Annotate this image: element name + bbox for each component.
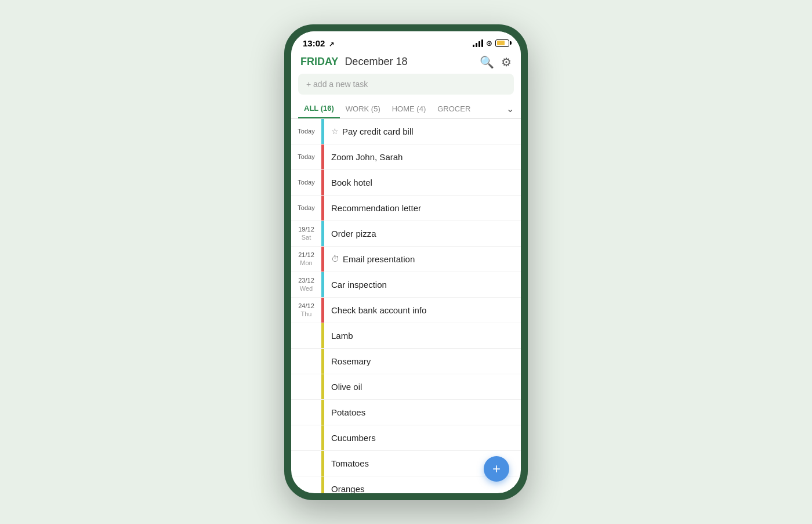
task-list-container: Today☆Pay credit card billTodayZoom John… [291,119,521,493]
header-date-text: December 18 [345,56,407,67]
task-row[interactable]: Olive oil [291,374,521,400]
task-label: Cucumbers [331,433,376,443]
task-text: Recommendation letter [324,196,521,221]
location-icon: ↗ [329,41,334,48]
task-row[interactable]: Cucumbers [291,425,521,451]
battery-icon [495,39,509,47]
task-label: Zoom John, Sarah [331,152,403,162]
task-date: 23/12Wed [291,272,321,297]
task-text: Car inspection [324,272,521,297]
wifi-icon: ⊛ [486,39,492,48]
task-date: Today [291,170,321,195]
task-date [291,400,321,425]
task-date [291,451,321,476]
task-text: Olive oil [324,374,521,399]
task-row[interactable]: Today☆Pay credit card bill [291,119,521,144]
task-text: Potatoes [324,400,521,425]
task-row[interactable]: TodayZoom John, Sarah [291,144,521,170]
tab-home[interactable]: HOME (4) [386,100,432,118]
task-label: Lamb [331,331,353,341]
status-bar: 13:02 ↗ ⊛ [291,31,521,52]
tab-grocer[interactable]: GROCER [432,100,476,118]
tab-more-icon[interactable]: ⌄ [506,103,514,114]
task-label: Oranges [331,484,365,493]
task-text: Check bank account info [324,298,521,323]
task-row[interactable]: 19/12SatOrder pizza [291,221,521,247]
task-date [291,374,321,399]
task-row[interactable]: Lamb [291,323,521,349]
search-icon[interactable]: 🔍 [480,55,494,69]
signal-icon [473,39,483,47]
header: FRIDAY December 18 🔍 ⚙ [291,52,521,74]
task-text: ⏱Email presentation [324,247,521,272]
phone-frame: 13:02 ↗ ⊛ FRIDAY December 18 [284,24,528,500]
task-text: Rosemary [324,349,521,374]
task-date [291,323,321,348]
add-task-bar[interactable]: + add a new task [298,74,514,95]
status-time: 13:02 ↗ [303,38,334,48]
task-date: 21/12Mon [291,247,321,272]
task-clock-icon: ⏱ [331,254,339,263]
header-actions: 🔍 ⚙ [480,55,512,69]
task-row[interactable]: Oranges [291,476,521,493]
task-label: Pay credit card bill [342,127,414,136]
task-text: ☆Pay credit card bill [324,119,521,144]
header-date: FRIDAY December 18 [300,56,407,68]
task-date: Today [291,119,321,144]
task-date [291,476,321,493]
task-label: Email presentation [343,254,415,264]
task-row[interactable]: TodayRecommendation letter [291,196,521,221]
status-icons: ⊛ [473,39,509,48]
task-label: Car inspection [331,280,387,290]
task-date [291,349,321,374]
tab-all[interactable]: ALL (16) [298,99,340,118]
task-date: Today [291,144,321,169]
task-label: Potatoes [331,407,365,417]
task-list: Today☆Pay credit card billTodayZoom John… [291,119,521,493]
settings-icon[interactable]: ⚙ [501,55,512,69]
task-date [291,425,321,450]
task-label: Book hotel [331,178,372,187]
task-date: Today [291,196,321,221]
task-date: 19/12Sat [291,221,321,246]
task-row[interactable]: TodayBook hotel [291,170,521,196]
task-text: Zoom John, Sarah [324,144,521,169]
task-text: Cucumbers [324,425,521,450]
task-row[interactable]: 24/12ThuCheck bank account info [291,298,521,323]
task-label: Rosemary [331,356,371,366]
task-label: Tomatoes [331,458,369,468]
task-text: Lamb [324,323,521,348]
task-row[interactable]: Rosemary [291,349,521,374]
task-prefix-icon: ☆ [331,127,339,136]
task-label: Recommendation letter [331,203,421,213]
task-label: Check bank account info [331,305,426,315]
task-row[interactable]: 21/12Mon⏱Email presentation [291,247,521,272]
task-label: Olive oil [331,382,362,392]
task-row[interactable]: Potatoes [291,400,521,425]
phone-screen: 13:02 ↗ ⊛ FRIDAY December 18 [291,31,521,493]
add-fab-button[interactable]: + [484,456,509,482]
task-text: Order pizza [324,221,521,246]
task-text: Book hotel [324,170,521,195]
task-label: Order pizza [331,229,376,238]
task-date: 24/12Thu [291,298,321,323]
task-row[interactable]: 23/12WedCar inspection [291,272,521,298]
tab-work[interactable]: WORK (5) [340,100,386,118]
tabs: ALL (16) WORK (5) HOME (4) GROCER ⌄ [291,99,521,119]
